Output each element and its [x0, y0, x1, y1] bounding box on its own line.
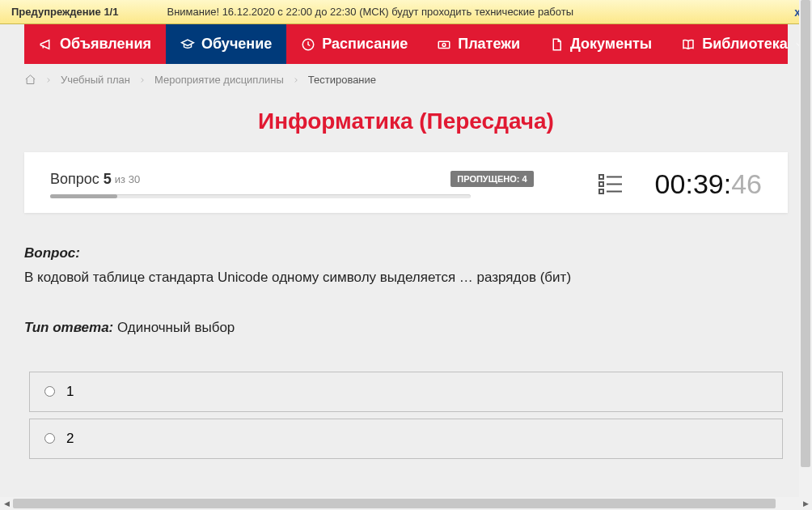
- breadcrumb-link[interactable]: Мероприятие дисциплины: [154, 74, 284, 86]
- option-label: 2: [66, 431, 74, 447]
- scroll-left-icon[interactable]: ◀: [0, 497, 13, 510]
- breadcrumb: Учебный план Мероприятие дисциплины Тест…: [24, 74, 788, 86]
- answer-type: Тип ответа: Одиночный выбор: [24, 320, 788, 336]
- book-icon: [681, 37, 696, 52]
- option-radio[interactable]: [44, 433, 55, 444]
- timer: 00:39:46: [655, 168, 762, 200]
- question-list-icon[interactable]: [598, 173, 623, 196]
- breadcrumb-current: Тестирование: [308, 74, 376, 86]
- horizontal-scrollbar[interactable]: ◀ ▶: [0, 497, 812, 510]
- vertical-scrollbar[interactable]: [799, 0, 812, 497]
- question-number-label: Вопрос 5: [50, 171, 112, 188]
- home-icon[interactable]: [24, 74, 36, 86]
- chevron-right-icon: [44, 76, 53, 84]
- timer-seconds: 39: [693, 168, 724, 200]
- question-total: из 30: [115, 173, 140, 185]
- skipped-badge: ПРОПУЩЕНО: 4: [450, 171, 533, 187]
- nav-label: Платежи: [458, 36, 520, 53]
- progress-fill: [50, 194, 117, 198]
- svg-point-2: [442, 43, 446, 46]
- main-nav: Объявления Обучение Расписание Платежи Д…: [24, 24, 788, 64]
- question-heading: Вопрос:: [24, 245, 788, 261]
- nav-payments[interactable]: Платежи: [422, 24, 535, 64]
- nav-library[interactable]: Библиотека: [666, 24, 812, 64]
- question-status-card: Вопрос 5 из 30 ПРОПУЩЕНО: 4 00:39:46: [24, 152, 788, 213]
- warning-counter: Предупреждение 1/1: [11, 6, 118, 18]
- svg-rect-5: [599, 182, 603, 186]
- nav-education[interactable]: Обучение: [166, 24, 286, 64]
- option-row[interactable]: 2: [29, 419, 783, 459]
- warning-text: Внимание! 16.12.2020 с 22:00 до 22:30 (М…: [167, 6, 794, 18]
- option-label: 1: [66, 384, 74, 400]
- nav-schedule[interactable]: Расписание: [286, 24, 422, 64]
- timer-minutes: 00: [655, 168, 686, 200]
- nav-label: Расписание: [322, 36, 408, 53]
- option-row[interactable]: 1: [29, 372, 783, 412]
- chevron-right-icon: [138, 76, 146, 84]
- warning-bar: Предупреждение 1/1 Внимание! 16.12.2020 …: [0, 0, 812, 24]
- nav-documents[interactable]: Документы: [535, 24, 666, 64]
- nav-label: Библиотека: [702, 36, 788, 53]
- svg-rect-7: [599, 189, 603, 193]
- nav-label: Документы: [570, 36, 652, 53]
- document-icon: [549, 37, 564, 52]
- breadcrumb-link[interactable]: Учебный план: [61, 74, 130, 86]
- clock-icon: [301, 37, 315, 52]
- education-icon: [180, 37, 195, 52]
- nav-label: Объявления: [60, 36, 151, 53]
- question-content: Вопрос: В кодовой таблице стандарта Unic…: [24, 245, 788, 459]
- svg-rect-3: [599, 175, 603, 179]
- scroll-right-icon[interactable]: ▶: [799, 497, 812, 510]
- svg-rect-1: [438, 41, 450, 48]
- chevron-right-icon: [292, 76, 300, 84]
- question-text: В кодовой таблице стандарта Unicode одно…: [24, 268, 788, 287]
- nav-label: Обучение: [201, 36, 272, 53]
- page-title: Информатика (Пересдача): [0, 108, 812, 134]
- option-radio[interactable]: [44, 386, 55, 397]
- timer-centis: 46: [731, 168, 762, 200]
- options-list: 1 2: [29, 372, 783, 459]
- nav-announcements[interactable]: Объявления: [24, 24, 166, 64]
- money-icon: [437, 37, 451, 52]
- megaphone-icon: [39, 37, 53, 52]
- progress-bar: [50, 194, 471, 198]
